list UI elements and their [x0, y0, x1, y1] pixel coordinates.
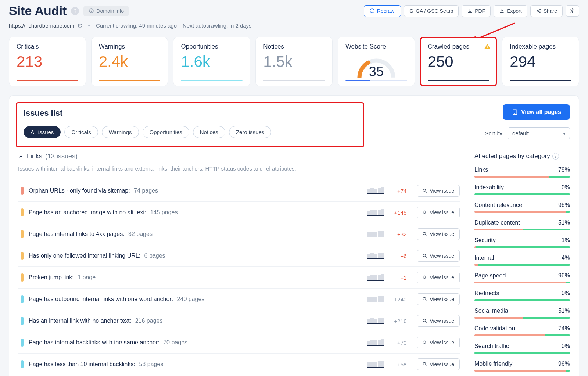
chevron-up-icon	[18, 154, 24, 160]
issue-pages: 74 pages	[132, 187, 158, 194]
recrawl-button[interactable]: Recrawl	[364, 5, 401, 17]
svg-point-26	[423, 276, 426, 278]
category-item[interactable]: Social media51%	[474, 308, 570, 319]
view-issue-button[interactable]: View issue	[417, 250, 460, 262]
filter-pill-criticals[interactable]: Criticals	[64, 126, 98, 138]
view-issue-button[interactable]: View issue	[417, 293, 460, 305]
issue-row: Has only one followed internal linking U…	[18, 245, 460, 266]
sort-select[interactable]: default	[508, 127, 570, 139]
domain-info-chip[interactable]: Domain info	[83, 6, 129, 16]
info-icon[interactable]: i	[552, 153, 559, 160]
export-button[interactable]: Export	[494, 5, 527, 17]
svg-point-24	[423, 254, 426, 257]
site-url[interactable]: https://richardbernabe.com	[9, 22, 82, 29]
stat-value: 2.4k	[99, 54, 161, 69]
magnifier-icon	[422, 232, 427, 237]
stat-card-notices[interactable]: Notices1.5k	[255, 37, 333, 86]
svg-point-20	[423, 211, 426, 213]
group-description: Issues with internal backlinks, internal…	[18, 165, 460, 172]
links-group-header[interactable]: Links (13 issues)	[18, 153, 460, 160]
category-item[interactable]: Security1%	[474, 237, 570, 248]
svg-rect-12	[487, 46, 488, 47]
severity-marker	[21, 295, 24, 303]
category-item[interactable]: Indexability0%	[474, 184, 570, 195]
issue-name[interactable]: Has an internal link with no anchor text…	[29, 318, 362, 324]
stat-label: Notices	[263, 43, 325, 50]
view-issue-button[interactable]: View issue	[417, 272, 460, 283]
view-issue-button[interactable]: View issue	[417, 207, 460, 218]
category-item[interactable]: Search traffic0%	[474, 343, 570, 354]
issue-name[interactable]: Page has internal links to 4xx pages: 32…	[29, 231, 362, 237]
view-issue-button[interactable]: View issue	[417, 358, 460, 370]
filter-pill-zero-issues[interactable]: Zero issues	[229, 126, 272, 138]
category-bar	[474, 317, 570, 319]
stat-card-website-score[interactable]: Website Score 35	[338, 37, 415, 86]
ga-gsc-button[interactable]: G GA / GSC Setup	[404, 5, 459, 17]
issue-name[interactable]: Page has an anchored image with no alt t…	[29, 209, 362, 216]
stat-value: 250	[428, 54, 490, 69]
view-all-label: View all pages	[521, 109, 561, 115]
document-icon	[512, 109, 518, 115]
stat-card-criticals[interactable]: Criticals213	[9, 37, 86, 86]
stat-value: 1.6k	[181, 54, 243, 69]
issue-pages: 6 pages	[143, 253, 165, 259]
category-pct: 1%	[562, 237, 570, 244]
filter-pill-notices[interactable]: Notices	[193, 126, 225, 138]
category-name: Mobile friendly	[474, 361, 512, 367]
categories-title: Affected pages by category	[474, 153, 550, 160]
issue-pages: 145 pages	[148, 209, 178, 215]
view-issue-button[interactable]: View issue	[417, 337, 460, 348]
issue-name[interactable]: Has only one followed internal linking U…	[29, 253, 362, 259]
category-item[interactable]: Mobile friendly96%	[474, 361, 570, 372]
category-item[interactable]: Links78%	[474, 166, 570, 178]
category-bar	[474, 334, 570, 336]
stat-card-indexable-pages[interactable]: Indexable pages294	[502, 37, 579, 86]
category-name: Duplicate content	[474, 219, 520, 226]
trend-sparkline	[367, 339, 384, 346]
view-issue-button[interactable]: View issue	[417, 228, 460, 240]
svg-rect-13	[487, 47, 488, 48]
svg-point-28	[423, 297, 426, 300]
issue-name[interactable]: Orphan URLs - only found via sitemap: 74…	[29, 187, 362, 194]
category-item[interactable]: Content relevance96%	[474, 202, 570, 213]
view-issue-button[interactable]: View issue	[417, 185, 460, 197]
view-all-pages-button[interactable]: View all pages	[503, 104, 570, 120]
category-item[interactable]: Duplicate content51%	[474, 219, 570, 230]
stat-card-opportunities[interactable]: Opportunities1.6k	[173, 37, 250, 86]
stat-value: 213	[17, 54, 78, 69]
severity-marker	[21, 208, 24, 216]
share-button[interactable]: Share	[530, 5, 563, 17]
filter-pill-opportunities[interactable]: Opportunities	[143, 126, 189, 138]
stat-card-warnings[interactable]: Warnings2.4k	[91, 37, 168, 86]
category-name: Links	[474, 166, 488, 173]
issue-name[interactable]: Page has internal backlinks with the sam…	[29, 339, 362, 346]
score-gauge: 35	[354, 55, 398, 78]
help-icon[interactable]: ?	[71, 7, 79, 15]
svg-point-22	[423, 232, 426, 235]
category-item[interactable]: Page speed96%	[474, 272, 570, 283]
svg-point-34	[423, 362, 426, 365]
issue-row: Page has internal backlinks with the sam…	[18, 332, 460, 353]
category-item[interactable]: Redirects0%	[474, 290, 570, 301]
category-bar	[474, 264, 570, 266]
stat-label: Criticals	[17, 43, 78, 50]
stat-card-crawled-pages[interactable]: Crawled pages250	[420, 37, 497, 86]
pdf-button[interactable]: PDF	[462, 5, 491, 17]
filter-pill-warnings[interactable]: Warnings	[102, 126, 139, 138]
category-item[interactable]: Code validation74%	[474, 325, 570, 336]
issue-name[interactable]: Page has less than 10 internal backlinks…	[29, 361, 362, 368]
issue-name[interactable]: Broken jump link: 1 page	[29, 274, 362, 281]
view-issue-button[interactable]: View issue	[417, 315, 460, 327]
issues-filter-highlight: Issues list All issuesCriticalsWarningsO…	[16, 102, 364, 147]
settings-button[interactable]	[566, 5, 579, 17]
issue-name[interactable]: Page has outbound internal links with on…	[29, 296, 362, 302]
category-name: Search traffic	[474, 343, 509, 350]
filter-pill-all-issues[interactable]: All issues	[24, 126, 61, 138]
domain-info-label: Domain info	[96, 8, 124, 14]
category-item[interactable]: Internal4%	[474, 255, 570, 266]
warning-icon	[484, 43, 491, 51]
category-name: Code validation	[474, 325, 515, 332]
category-bar	[474, 370, 570, 372]
delta-value: +240	[390, 296, 406, 302]
share-label: Share	[544, 8, 557, 14]
